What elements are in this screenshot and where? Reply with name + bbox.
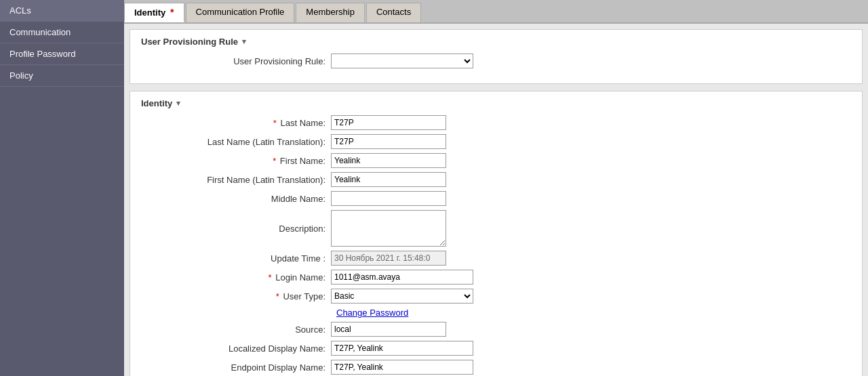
last-name-row: * Last Name: (141, 115, 851, 130)
first-name-latin-row: First Name (Latin Translation): (141, 172, 851, 187)
user-type-row: * User Type: Basic Administrator Advance… (141, 289, 851, 304)
endpoint-display-label: Endpoint Display Name: (141, 362, 331, 373)
sidebar-item-label: Communication (9, 27, 71, 37)
first-name-latin-input[interactable] (331, 172, 446, 187)
sidebar-item-label: Profile Password (9, 49, 76, 59)
middle-name-input[interactable] (331, 191, 446, 206)
tab-contacts-label: Contacts (376, 7, 411, 17)
update-time-input (331, 251, 446, 266)
first-name-input[interactable] (331, 153, 446, 168)
login-name-label: * Login Name: (141, 272, 331, 283)
source-input[interactable] (331, 322, 446, 337)
first-name-latin-label: First Name (Latin Translation): (141, 175, 331, 185)
tab-identity[interactable]: Identity * (124, 3, 184, 22)
tab-identity-required: * (167, 7, 174, 18)
middle-name-label: Middle Name: (141, 194, 331, 204)
localized-display-label: Localized Display Name: (141, 343, 331, 354)
last-name-latin-label: Last Name (Latin Translation): (141, 137, 331, 147)
update-time-row: Update Time : (141, 251, 851, 266)
first-name-required: * (273, 156, 279, 166)
last-name-input[interactable] (331, 115, 446, 130)
content-area: User Provisioning Rule ▾ User Provisioni… (124, 24, 868, 376)
provisioning-collapse-icon[interactable]: ▾ (242, 37, 246, 46)
user-type-required: * (276, 291, 282, 301)
user-type-label: * User Type: (141, 291, 331, 301)
source-label: Source: (141, 325, 331, 335)
middle-name-row: Middle Name: (141, 191, 851, 206)
tab-membership-label: Membership (306, 7, 355, 17)
tab-communication-profile[interactable]: Communication Profile (186, 3, 295, 22)
login-name-required: * (269, 272, 275, 283)
identity-collapse-icon[interactable]: ▾ (176, 99, 180, 108)
provisioning-rule-row: User Provisioning Rule: (141, 54, 851, 68)
user-type-select[interactable]: Basic Administrator Advanced (331, 289, 473, 304)
provisioning-section-title: User Provisioning Rule ▾ (141, 37, 851, 47)
first-name-row: * First Name: (141, 153, 851, 168)
sidebar-item-label: Policy (9, 70, 33, 81)
tab-communication-profile-label: Communication Profile (196, 7, 285, 17)
identity-section: Identity ▾ * Last Name: Last Name (Latin… (130, 91, 863, 376)
change-password-link[interactable]: Change Password (336, 308, 851, 318)
sidebar-item-profile-password[interactable]: Profile Password (0, 43, 124, 65)
sidebar-item-communication[interactable]: Communication (0, 22, 124, 43)
description-textarea[interactable] (331, 210, 446, 247)
provisioning-section: User Provisioning Rule ▾ User Provisioni… (130, 29, 863, 84)
last-name-latin-row: Last Name (Latin Translation): (141, 134, 851, 149)
source-row: Source: (141, 322, 851, 337)
tab-membership[interactable]: Membership (296, 3, 365, 22)
provisioning-rule-label: User Provisioning Rule: (141, 56, 331, 66)
description-label: Description: (141, 224, 331, 234)
sidebar-item-label: ACLs (9, 5, 31, 16)
last-name-label: * Last Name: (141, 118, 331, 128)
sidebar-item-acls[interactable]: ACLs (0, 0, 124, 22)
main-content: Identity * Communication Profile Members… (124, 0, 868, 376)
endpoint-display-input[interactable] (331, 360, 473, 375)
sidebar-item-policy[interactable]: Policy (0, 65, 124, 87)
identity-section-title: Identity ▾ (141, 98, 851, 108)
login-name-input[interactable] (331, 270, 473, 285)
tab-contacts[interactable]: Contacts (366, 3, 421, 22)
provisioning-rule-select[interactable] (331, 54, 473, 68)
tab-bar: Identity * Communication Profile Members… (124, 0, 868, 24)
last-name-latin-input[interactable] (331, 134, 446, 149)
update-time-label: Update Time : (141, 253, 331, 264)
first-name-label: * First Name: (141, 156, 331, 166)
login-name-row: * Login Name: (141, 270, 851, 285)
last-name-required: * (273, 118, 279, 128)
description-row: Description: (141, 210, 851, 247)
tab-identity-label: Identity (134, 7, 165, 18)
localized-display-row: Localized Display Name: (141, 341, 851, 356)
sidebar: ACLs Communication Profile Password Poli… (0, 0, 124, 376)
localized-display-input[interactable] (331, 341, 473, 356)
endpoint-display-row: Endpoint Display Name: (141, 360, 851, 375)
